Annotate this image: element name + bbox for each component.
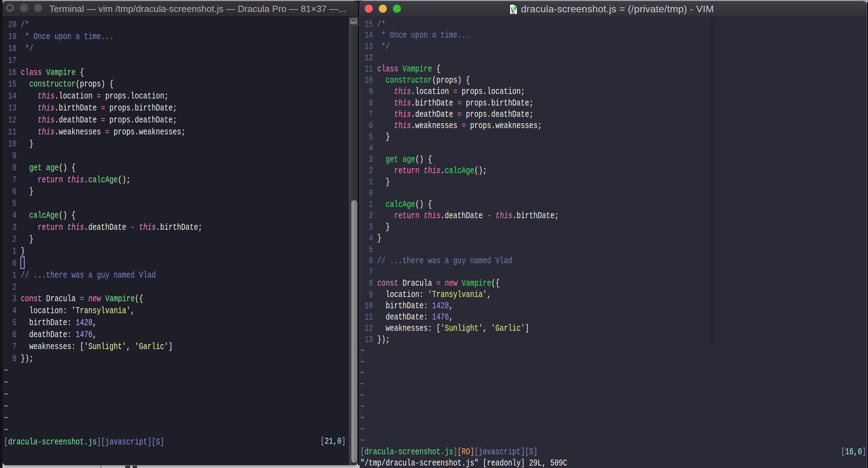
svg-text:JS: JS: [511, 12, 515, 15]
